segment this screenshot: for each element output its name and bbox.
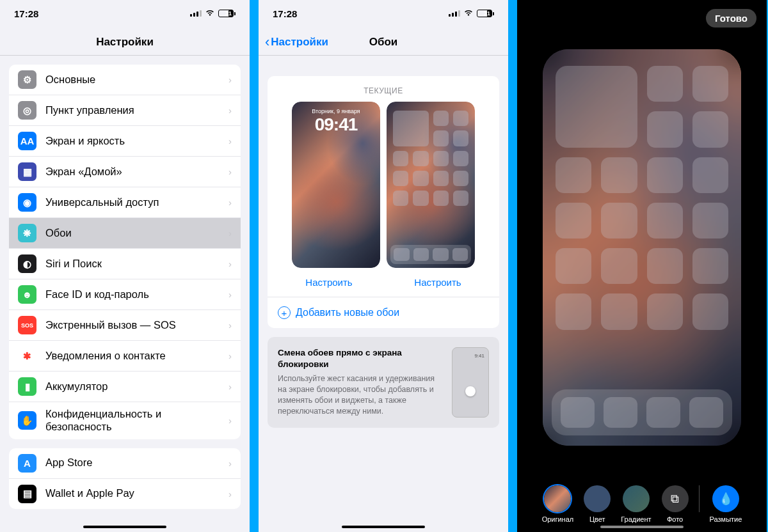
settings-row[interactable]: ▦ Экран «Домой» › [9,157,241,187]
chevron-right-icon: › [228,458,232,469]
settings-row[interactable]: ◐ Siri и Поиск › [9,249,241,279]
editor-option[interactable]: Оригинал [542,485,574,523]
add-new-label: Добавить новые обои [296,307,399,318]
current-wallpaper-panel: ТЕКУЩИЕ Вторник, 9 января 09:41 [268,76,499,328]
option-label: Размытие [710,515,742,523]
row-label: Обои [45,227,228,240]
tip-title: Смена обоев прямо с экрана блокировки [278,347,443,370]
row-icon: ▤ [18,485,36,503]
wifi-icon [205,8,215,19]
separator [699,485,700,512]
done-button[interactable]: Готово [706,9,756,27]
row-icon: ▦ [18,162,36,181]
home-indicator [342,526,425,528]
option-circle [544,485,571,512]
chevron-right-icon: › [228,136,232,146]
editor-option[interactable]: ⧉ Фото [662,485,689,523]
settings-row[interactable]: ⚙ Основные › [9,65,241,95]
settings-root-screen: 17:28 31 Настройки ⚙ Основные ›◎ Пункт у… [0,0,250,532]
option-circle [584,485,611,512]
lock-time: 09:41 [292,114,380,135]
signal-icon [190,10,202,17]
option-label: Фото [667,515,683,523]
back-button[interactable]: ‹ Настройки [265,34,328,51]
settings-row[interactable]: ▮ Аккумулятор › [9,372,241,402]
chevron-right-icon: › [228,289,232,300]
home-indicator [600,526,684,528]
chevron-right-icon: › [228,228,232,239]
row-label: Wallet и Apple Pay [45,487,228,500]
row-label: App Store [45,457,228,469]
row-label: Универсальный доступ [45,196,228,209]
settings-row[interactable]: A App Store › [9,448,241,479]
settings-row[interactable]: ☻ Face ID и код-пароль › [9,279,241,310]
settings-group-main: ⚙ Основные ›◎ Пункт управления ›AA Экран… [9,65,241,439]
status-time: 17:28 [14,8,38,19]
chevron-right-icon: › [228,105,232,116]
wallpaper-editor-screen: Готово Оригинал Цвет Градиент⧉ Фото💧 Раз… [517,0,767,532]
wallpaper-settings-screen: 17:28 31 ‹ Настройки Обои ТЕКУЩИЕ В [259,0,508,532]
row-icon: ⚙ [18,70,36,89]
back-label: Настройки [271,36,328,49]
row-icon: SOS [18,316,36,334]
battery-icon: 31 [477,10,494,17]
status-bar: 17:28 31 [0,0,250,27]
settings-row[interactable]: SOS Экстренный вызов — SOS › [9,310,241,341]
add-new-wallpaper-button[interactable]: + Добавить новые обои [268,297,499,328]
option-circle: ⧉ [662,485,689,512]
chevron-right-icon: › [228,74,232,85]
chevron-right-icon: › [228,489,232,499]
blur-toggle[interactable]: 💧 Размытие [710,485,742,523]
home-screen-preview[interactable] [387,102,475,268]
row-label: Пункт управления [45,104,228,117]
settings-row[interactable]: ✱ Уведомления о контакте › [9,341,241,372]
panel-header: ТЕКУЩИЕ [278,86,489,95]
row-label: Уведомления о контакте [45,350,228,363]
row-icon: ✋ [18,411,36,430]
settings-row[interactable]: ❋ Обои › [9,218,241,249]
row-label: Экран «Домой» [45,166,228,178]
lock-date: Вторник, 9 января [292,108,380,114]
row-label: Основные [45,74,228,86]
home-indicator [83,526,166,528]
lock-screen-tip-card: Смена обоев прямо с экрана блокировки Ис… [268,337,499,428]
row-icon: ◎ [18,101,36,120]
chevron-left-icon: ‹ [265,34,269,51]
row-icon: ◐ [18,254,36,273]
row-label: Аккумулятор [45,380,228,393]
wifi-icon [463,8,474,19]
settings-row[interactable]: ◉ Универсальный доступ › [9,187,241,218]
signal-icon [449,10,460,17]
chevron-right-icon: › [228,415,232,426]
customize-home-button[interactable]: Настроить [387,268,489,297]
wallpaper-large-preview[interactable] [543,49,741,446]
blur-icon: 💧 [712,485,739,512]
settings-row[interactable]: ▤ Wallet и Apple Pay › [9,479,241,509]
editor-option[interactable]: Градиент [621,485,651,523]
row-icon: A [18,454,36,473]
status-time: 17:28 [273,8,297,19]
battery-icon: 31 [218,10,236,17]
editor-header: Готово [517,0,767,36]
editor-options-bar: Оригинал Цвет Градиент⧉ Фото💧 Размытие [517,485,767,523]
tip-graphic: 9:41 [452,347,489,418]
option-circle [623,485,650,512]
row-icon: ☻ [18,285,36,304]
editor-option[interactable]: Цвет [584,485,611,523]
lock-screen-preview[interactable]: Вторник, 9 января 09:41 [292,102,380,268]
chevron-right-icon: › [228,197,232,208]
option-label: Оригинал [542,515,574,523]
option-label: Цвет [589,515,605,523]
chevron-right-icon: › [228,320,232,331]
page-title: Обои [369,36,398,49]
customize-lock-button[interactable]: Настроить [278,268,380,297]
row-icon: ✱ [18,347,36,365]
row-icon: AA [18,132,36,150]
settings-row[interactable]: ✋ Конфиденциальность и безопасность › [9,402,241,439]
settings-row[interactable]: AA Экран и яркость › [9,126,241,157]
row-label: Экран и яркость [45,135,228,148]
plus-circle-icon: + [278,306,291,319]
nav-header: ‹ Настройки Обои [259,27,508,56]
chevron-right-icon: › [228,350,232,361]
settings-row[interactable]: ◎ Пункт управления › [9,95,241,126]
